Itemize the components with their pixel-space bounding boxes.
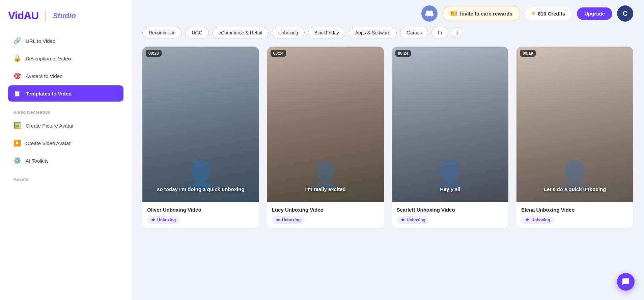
nav-create-video-avatar-label: Create Video Avatar (26, 140, 71, 146)
nav-url-to-video[interactable]: 🔗 URL to Video (8, 33, 123, 49)
assets-section-label: Assets (13, 177, 123, 182)
avatar-icon: 🎯 (13, 72, 21, 80)
header: 🎫 Invite to earn rewards ♥ 810 Credits U… (132, 0, 644, 27)
tag-label-scarlett: Unboxing (407, 218, 425, 222)
video-card-elena[interactable]: 👤 00:19 Let's do a quick unboxing Elena … (516, 47, 633, 228)
video-title-scarlett: Scarlett Unboxing Video (397, 207, 504, 213)
filter-tab-ecommerce[interactable]: eCommerce & Retail (212, 27, 269, 38)
video-caption-scarlett: Hey y'all (392, 186, 509, 192)
video-caption-lucy: I'm really excited (267, 186, 384, 192)
upgrade-button[interactable]: Upgrade (577, 7, 612, 20)
video-title-oliver: Oliver Unboxing Video (147, 207, 254, 213)
nav-create-picture-avatar-label: Create Picture Avatar (26, 123, 74, 129)
filter-next-button[interactable]: › (452, 27, 463, 38)
filter-tab-ugc[interactable]: UGC (185, 27, 208, 38)
video-card-lucy[interactable]: 👤 00:24 I'm really excited Lucy Unboxing… (267, 47, 384, 228)
credits-value: 810 Credits (538, 11, 565, 17)
video-caption-elena: Let's do a quick unboxing (516, 186, 633, 192)
nav-avatars-to-video[interactable]: 🎯 Avatars to Video (8, 68, 123, 84)
invite-icon: 🎫 (450, 10, 457, 17)
video-thumb-oliver: 👤 00:23 so today I'm doing a quick unbox… (142, 47, 259, 202)
tag-star-icon: ★ (151, 217, 155, 222)
video-title-elena: Elena Unboxing Video (521, 207, 628, 213)
logo-divider (45, 10, 46, 22)
video-thumb-lucy: 👤 00:24 I'm really excited (267, 47, 384, 202)
filter-tab-games[interactable]: Games (400, 27, 428, 38)
video-duration-lucy: 00:24 (271, 50, 286, 57)
user-initial: C (623, 10, 627, 18)
video-title-lucy: Lucy Unboxing Video (272, 207, 379, 213)
video-tag-lucy: ★ Unboxing (272, 216, 305, 224)
video-info-oliver: Oliver Unboxing Video ★ Unboxing (142, 202, 259, 228)
video-recreation-section-label: Video Recreation (13, 110, 123, 115)
heart-icon: ♥ (532, 10, 535, 17)
main-area: 🎫 Invite to earn rewards ♥ 810 Credits U… (132, 0, 644, 300)
main-nav: 🔗 URL to Video 🔒 Description to Video 🎯 … (8, 33, 123, 103)
invite-label: Invite to earn rewards (460, 11, 512, 17)
filter-tabs: Recommend UGC eCommerce & Retail Unboxin… (142, 27, 633, 38)
filter-tab-fi[interactable]: Fi (431, 27, 448, 38)
tag-star-icon-elena: ★ (525, 217, 529, 222)
nav-description-to-video-label: Description to Video (26, 56, 71, 61)
video-card-scarlett[interactable]: 👤 00:24 Hey y'all Scarlett Unboxing Vide… (392, 47, 509, 228)
nav-ai-toolkits-label: AI Toolkits (26, 158, 49, 164)
template-icon: 📋 (13, 90, 21, 97)
filter-tab-recommend[interactable]: Recommend (142, 27, 182, 38)
nav-url-to-video-label: URL to Video (26, 38, 55, 44)
credits-display: ♥ 810 Credits (525, 7, 572, 20)
video-thumb-scarlett: 👤 00:24 Hey y'all (392, 47, 509, 202)
video-duration-scarlett: 00:24 (395, 50, 411, 57)
discord-button[interactable] (421, 5, 438, 22)
video-tag-elena: ★ Unboxing (521, 216, 554, 224)
content-area: Recommend UGC eCommerce & Retail Unboxin… (132, 27, 644, 300)
nav-templates-to-video-label: Templates to Video (26, 91, 72, 97)
video-caption-oliver: so today I'm doing a quick unboxing (142, 186, 259, 192)
video-duration-elena: 00:19 (520, 50, 536, 57)
video-info-elena: Elena Unboxing Video ★ Unboxing (516, 202, 633, 228)
filter-tab-unboxing[interactable]: Unboxing (272, 27, 305, 38)
picture-icon: 🖼️ (13, 122, 21, 129)
sidebar: VidAU Studio 🔗 URL to Video 🔒 Descriptio… (0, 0, 132, 300)
video-info-scarlett: Scarlett Unboxing Video ★ Unboxing (392, 202, 509, 228)
tag-label-elena: Unboxing (531, 218, 550, 222)
nav-create-picture-avatar[interactable]: 🖼️ Create Picture Avatar (8, 117, 123, 134)
tag-star-icon-scarlett: ★ (401, 217, 405, 222)
tag-label-oliver: Unboxing (157, 218, 176, 222)
video-grid: 👤 00:23 so today I'm doing a quick unbox… (142, 47, 633, 228)
nav-description-to-video[interactable]: 🔒 Description to Video (8, 50, 123, 66)
logo-studio: Studio (53, 11, 76, 20)
nav-create-video-avatar[interactable]: ▶️ Create Video Avatar (8, 135, 123, 151)
user-avatar[interactable]: C (617, 5, 633, 22)
link-icon: 🔗 (13, 37, 21, 45)
video-recreation-nav: 🖼️ Create Picture Avatar ▶️ Create Video… (8, 117, 123, 170)
toolkits-icon: ⚙️ (13, 157, 21, 164)
video-icon: ▶️ (13, 139, 21, 147)
video-card-oliver[interactable]: 👤 00:23 so today I'm doing a quick unbox… (142, 47, 259, 228)
tag-label-lucy: Unboxing (282, 218, 301, 222)
lock-icon: 🔒 (13, 55, 21, 62)
video-tag-scarlett: ★ Unboxing (397, 216, 429, 224)
discord-icon (425, 9, 433, 18)
video-thumb-elena: 👤 00:19 Let's do a quick unboxing (516, 47, 633, 202)
invite-button[interactable]: 🎫 Invite to earn rewards (442, 6, 520, 21)
chat-icon (622, 278, 630, 286)
nav-templates-to-video[interactable]: 📋 Templates to Video (8, 85, 123, 102)
logo-area: VidAU Studio (8, 9, 123, 22)
video-duration-oliver: 00:23 (146, 50, 162, 57)
nav-ai-toolkits[interactable]: ⚙️ AI Toolkits (8, 153, 123, 169)
logo-brand: VidAU (8, 9, 38, 22)
filter-tab-apps-software[interactable]: Apps & Software (349, 27, 397, 38)
video-info-lucy: Lucy Unboxing Video ★ Unboxing (267, 202, 384, 228)
nav-avatars-to-video-label: Avatars to Video (26, 73, 63, 79)
chat-support-button[interactable] (617, 273, 635, 291)
tag-star-icon-lucy: ★ (276, 217, 280, 222)
video-tag-oliver: ★ Unboxing (147, 216, 180, 224)
filter-tab-blackfriday[interactable]: BlackFriday (308, 27, 345, 38)
